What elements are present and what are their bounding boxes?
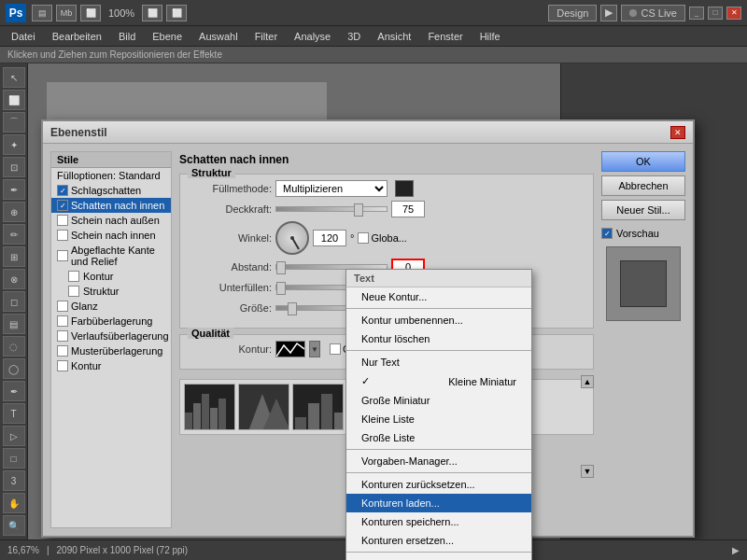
topbar-icon-4[interactable]: ⬜ [142,5,162,21]
kontur-sub-checkbox[interactable] [68,271,79,282]
menu-bearbeiten[interactable]: Bearbeiten [45,26,109,47]
ctx-grosse-liste[interactable]: Große Liste [346,428,531,447]
style-kontur-sub[interactable]: Kontur [51,269,171,284]
ctx-grosse-miniatur[interactable]: Große Miniatur [346,391,531,410]
schein-innen-checkbox[interactable] [57,230,68,241]
design-button[interactable]: Design [548,5,597,21]
ctx-zuruecksetzen[interactable]: Konturen zurücksetzen... [346,475,531,494]
style-schlag[interactable]: Schlagschatten [51,183,171,198]
menu-ebene[interactable]: Ebene [145,26,190,47]
close-app-button[interactable]: ✕ [726,7,741,20]
farbueberl-checkbox[interactable] [57,315,68,327]
menu-ansicht[interactable]: Ansicht [370,26,418,47]
topbar-icon-5[interactable]: ⬜ [166,5,187,21]
style-verlueberl[interactable]: Verlaufsüberlagerung [51,329,171,343]
restore-button[interactable]: □ [708,7,723,20]
ctx-loeschen[interactable]: Kontur löschen [346,329,531,348]
menu-filter[interactable]: Filter [247,26,285,47]
struktur-sub-checkbox[interactable] [68,286,79,297]
opacity-thumb[interactable] [354,203,363,217]
style-farbueberl[interactable]: Farbüberlagerung [51,314,171,329]
kontur-main-checkbox[interactable] [57,360,68,371]
fill-method-select[interactable]: Multiplizieren [275,180,388,197]
ctx-sep-4 [346,472,531,473]
menu-hilfe[interactable]: Hilfe [472,26,508,47]
menu-bild[interactable]: Bild [111,26,143,47]
topbar-icon-1[interactable]: ▤ [32,5,52,21]
global-label: Globa... [371,232,407,244]
ctx-kleine-miniatur[interactable]: Kleine Miniatur [346,371,531,391]
style-glanz[interactable]: Glanz [51,299,171,314]
style-mustueberl[interactable]: Musterüberlagerung [51,343,171,358]
cslive-button[interactable]: CS Live [621,5,685,21]
ctx-neue-kontur[interactable]: Neue Kontur... [346,287,531,306]
opacity-input[interactable] [391,201,425,217]
thumb-1[interactable] [184,384,235,430]
scroll-down-btn[interactable]: ▼ [581,465,594,478]
style-kontur-main[interactable]: Kontur [51,358,171,373]
schein-aussen-checkbox[interactable] [57,215,68,226]
schatten-checkbox[interactable] [57,200,68,211]
menu-fenster[interactable]: Fenster [420,26,470,47]
cancel-button[interactable]: Abbrechen [601,175,685,196]
global-checkbox[interactable] [358,232,369,244]
kontur-sub-label: Kontur [83,271,113,282]
verlueberl-checkbox[interactable] [57,330,68,342]
dialog-close-button[interactable]: ✕ [670,126,685,139]
angle-row: Winkel: ° Globa... [188,221,585,255]
opacity-label: Deckkraft: [188,203,272,215]
minimize-button[interactable]: _ [689,7,704,20]
cslive-label: CS Live [641,7,677,19]
style-schatten[interactable]: Schatten nach innen [51,198,171,213]
menu-auswahl[interactable]: Auswahl [191,26,246,47]
angle-widget[interactable] [275,221,309,255]
contour-arrow[interactable]: ▼ [309,341,320,357]
style-schein-innen[interactable]: Schein nach innen [51,228,171,243]
svg-rect-3 [210,408,218,430]
menu-analyse[interactable]: Analyse [287,26,338,47]
topbar-icon-3[interactable]: ⬜ [80,5,101,21]
ctx-vorgaben[interactable]: Vorgaben-Manager... [346,452,531,470]
ctx-kleine-liste[interactable]: Kleine Liste [346,410,531,428]
dialog-right-buttons: OK Abbrechen Neuer Stil... Vorschau [601,151,685,528]
thumb-3[interactable] [292,384,344,430]
hintbar: Klicken und Ziehen zum Repositionieren d… [0,47,747,63]
glanz-checkbox[interactable] [57,301,68,312]
angle-input[interactable] [313,230,346,246]
mustueberl-checkbox[interactable] [57,345,68,357]
style-abgeflacht[interactable]: Abgeflachte Kante und Relief [51,243,171,269]
statusbar-arrow[interactable]: ▶ [732,545,740,555]
schlag-checkbox[interactable] [57,185,68,196]
global-checkbox-wrapper[interactable]: Globa... [358,232,407,244]
fill-color-swatch[interactable] [395,180,414,197]
ctx-nur-text[interactable]: Nur Text [346,353,531,371]
size-thumb[interactable] [288,302,297,315]
svg-rect-2 [202,394,209,430]
ctx-umbenennen[interactable]: Kontur umbenennen... [346,311,531,329]
style-schein-aussen[interactable]: Schein nach außen [51,213,171,228]
distance-thumb[interactable] [276,261,286,274]
fill-method-row: Füllmethode: Multiplizieren [188,180,585,197]
ctx-ersetzen[interactable]: Konturen ersetzen... [346,531,531,550]
scroll-up-btn[interactable]: ▲ [581,375,594,388]
opacity-slider[interactable] [275,206,388,212]
glaetten-checkbox[interactable] [330,343,341,355]
thumb-2[interactable] [238,384,289,430]
topbar-arrow[interactable]: ▶ [600,5,617,21]
menubar: Datei Bearbeiten Bild Ebene Auswahl Filt… [0,26,747,47]
ctx-laden[interactable]: Konturen laden... [346,494,531,512]
new-style-button[interactable]: Neuer Stil... [601,200,685,220]
contour-preview[interactable] [275,341,305,357]
style-struktur-sub[interactable]: Struktur [51,284,171,299]
ctx-speichern[interactable]: Konturen speichern... [346,512,531,531]
ok-button[interactable]: OK [601,151,685,172]
menu-3d[interactable]: 3D [340,26,368,47]
style-fuell[interactable]: Fülloptionen: Standard [51,168,171,183]
menu-datei[interactable]: Datei [4,26,43,47]
kontur-main-label: Kontur [71,360,101,371]
abgeflacht-checkbox[interactable] [57,250,68,261]
svg-rect-10 [334,413,343,430]
preview-checkbox[interactable] [601,228,613,239]
choke-thumb[interactable] [276,282,286,295]
topbar-icon-2[interactable]: Mb [56,5,77,21]
